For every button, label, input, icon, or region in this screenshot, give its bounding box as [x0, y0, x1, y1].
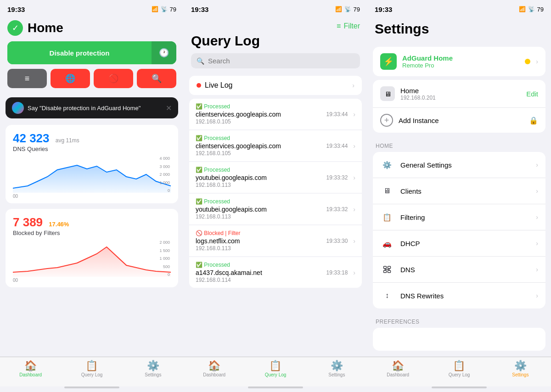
dns-rewrites-row[interactable]: ↕️ DNS Rewrites › — [373, 282, 545, 308]
shield-icon: ✓ — [7, 20, 23, 36]
tab-settings-ql[interactable]: ⚙️ Settings — [306, 361, 367, 377]
search-input[interactable] — [208, 57, 354, 65]
home-row-sub: 192.168.0.201 — [400, 95, 521, 101]
instance-info: AdGuard Home Remote Pro — [402, 54, 519, 69]
status-time-settings: 19:33 — [375, 6, 392, 13]
signal-icon-settings: 📶 — [519, 6, 526, 12]
blocked-pct: 17.46% — [49, 221, 69, 228]
add-circle-icon: + — [380, 114, 393, 127]
ql-header: ≡ Filter Query Log 🔍 — [184, 17, 367, 72]
signal-icon: 📶 — [152, 6, 158, 12]
clients-chevron: › — [536, 187, 538, 195]
log-chevron-2: › — [353, 174, 355, 181]
querylog-panel: 19:33 📶 📡 79 ≡ Filter Query Log 🔍 Live L… — [184, 0, 367, 392]
log-chevron-3: › — [353, 206, 355, 213]
list-button[interactable]: ≡ — [7, 69, 47, 88]
wifi-icon-settings: 📡 — [528, 6, 535, 12]
tab-querylog-settings[interactable]: 📋 Query Log — [428, 361, 489, 377]
log-ip-5: 192.168.0.114 — [196, 277, 326, 283]
timer-button[interactable]: 🕐 — [152, 41, 176, 64]
tab-bar-home: 🏠 Dashboard 📋 Query Log ⚙️ Settings — [0, 357, 184, 386]
home-indicator — [64, 386, 119, 388]
siri-close-button[interactable]: ✕ — [166, 104, 172, 112]
svg-rect-2 — [384, 270, 387, 273]
querylog-tab-icon-ql: 📋 — [269, 361, 281, 371]
filtering-icon: 📋 — [380, 210, 394, 224]
add-instance-row[interactable]: + Add Instance 🔒 — [373, 107, 545, 133]
dns-rewrites-icon: ↕️ — [380, 289, 394, 302]
home-title-row: ✓ Home — [7, 20, 176, 36]
live-log-row[interactable]: Live Log › — [189, 76, 362, 95]
instance-sub: Remote Pro — [402, 62, 519, 69]
tab-querylog-home[interactable]: 📋 Query Log — [61, 361, 122, 377]
general-settings-row[interactable]: ⚙️ General Settings › — [373, 152, 545, 178]
dhcp-icon: 🚗 — [380, 236, 394, 250]
log-entry-2[interactable]: ✅ Processed youtubei.googleapis.com 192.… — [189, 162, 362, 193]
log-domain-0: clientservices.googleapis.com — [196, 111, 326, 118]
filter-icon: ≡ — [337, 22, 341, 30]
status-time-home: 19:33 — [7, 6, 25, 13]
dhcp-row[interactable]: 🚗 DHCP › — [373, 230, 545, 256]
dashboard-tab-label-ql: Dashboard — [203, 372, 225, 377]
menu-card: ⚙️ General Settings › 🖥 Clients › 📋 Filt… — [373, 152, 545, 308]
disable-protection-button[interactable]: Disable protection — [7, 41, 152, 64]
log-ip-1: 192.168.0.105 — [196, 150, 326, 157]
wifi-icon-ql: 📡 — [344, 6, 351, 12]
log-right-0: 19:33:44 › — [326, 111, 355, 118]
general-settings-icon: ⚙️ — [380, 158, 394, 172]
dashboard-tab-icon-ql: 🏠 — [208, 361, 220, 371]
siri-banner: Say "Disable protection in AdGuard Home"… — [6, 97, 178, 118]
globe-button[interactable]: 🌐 — [51, 69, 90, 88]
tab-bar-settings: 🏠 Dashboard 📋 Query Log ⚙️ Settings — [367, 357, 551, 386]
search-button[interactable]: 🔍 — [137, 69, 176, 88]
home-title: Home — [28, 21, 63, 35]
tab-dashboard-home[interactable]: 🏠 Dashboard — [0, 361, 61, 377]
edit-button[interactable]: Edit — [526, 90, 538, 98]
tab-dashboard-settings[interactable]: 🏠 Dashboard — [367, 361, 428, 377]
status-dot — [525, 59, 530, 64]
adguard-instance-row[interactable]: ⚡ AdGuard Home Remote Pro › — [373, 47, 545, 76]
tab-settings-home[interactable]: ⚙️ Settings — [123, 361, 184, 377]
dns-row[interactable]: DNS › — [373, 256, 545, 282]
home-section-header: HOME — [373, 136, 545, 152]
home-row-name: Home — [400, 87, 521, 95]
svg-rect-0 — [384, 266, 387, 269]
search-bar[interactable]: 🔍 — [191, 53, 360, 68]
log-status-0: ✅ Processed — [196, 103, 326, 110]
log-entry-4[interactable]: 🚫 Blocked | Filter logs.netflix.com 192.… — [189, 225, 362, 256]
blocked-chart-x: 00 — [13, 278, 171, 283]
log-chevron-4: › — [353, 237, 355, 245]
log-entry-1[interactable]: ✅ Processed clientservices.googleapis.co… — [189, 130, 362, 161]
log-entry-3[interactable]: ✅ Processed youtubei.googleapis.com 192.… — [189, 193, 362, 224]
home-instance-row[interactable]: 🖥 Home 192.168.0.201 Edit — [373, 80, 545, 107]
clients-row[interactable]: 🖥 Clients › — [373, 178, 545, 204]
live-dot — [197, 83, 201, 88]
log-ip-0: 192.168.0.105 — [196, 118, 326, 125]
battery-icon-settings: 79 — [537, 6, 544, 13]
tab-dashboard-ql[interactable]: 🏠 Dashboard — [184, 361, 245, 377]
log-chevron-5: › — [353, 269, 355, 276]
filtering-row[interactable]: 📋 Filtering › — [373, 204, 545, 230]
log-ip-4: 192.168.0.113 — [196, 245, 326, 252]
blocked-count: 7 389 17.46% — [13, 215, 69, 229]
block-button[interactable]: 🚫 — [94, 69, 133, 88]
tab-settings-settings[interactable]: ⚙️ Settings — [490, 361, 551, 377]
home-header: ✓ Home Disable protection 🕐 ≡ 🌐 🚫 🔍 — [0, 17, 184, 94]
settings-tab-label: Settings — [145, 372, 161, 377]
settings-title: Settings — [375, 21, 544, 37]
tab-querylog-ql[interactable]: 📋 Query Log — [245, 361, 306, 377]
blocked-chart: 2 0001 5001 0005000 — [13, 240, 171, 277]
dns-icon — [380, 263, 394, 276]
dns-chart-x: 00 — [13, 194, 171, 199]
log-domain-4: logs.netflix.com — [196, 237, 326, 245]
log-entry-info-1: ✅ Processed clientservices.googleapis.co… — [196, 135, 326, 157]
status-bar-home: 19:33 📶 📡 79 — [0, 0, 184, 17]
querylog-tab-label-ql: Query Log — [265, 372, 287, 377]
querylog-tab-label: Query Log — [81, 372, 103, 377]
log-status-1: ✅ Processed — [196, 135, 326, 141]
log-time-3: 19:33:32 — [326, 206, 348, 213]
filter-button[interactable]: ≡ Filter — [337, 22, 360, 30]
dns-label: DNS Queries — [13, 146, 171, 152]
log-entry-0[interactable]: ✅ Processed clientservices.googleapis.co… — [189, 99, 362, 129]
log-entry-5[interactable]: ✅ Processed a1437.dscq.akamai.net 192.16… — [189, 257, 362, 288]
